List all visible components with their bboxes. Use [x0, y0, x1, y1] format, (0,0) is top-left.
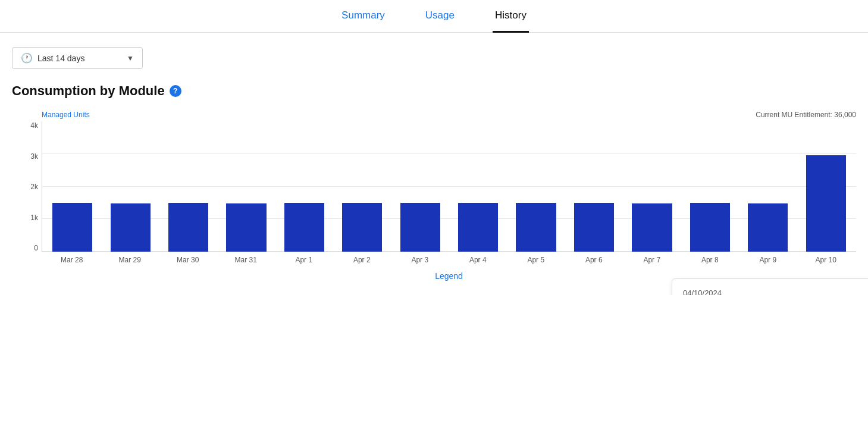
- bar-group: [218, 121, 274, 252]
- bar-group: [740, 121, 795, 252]
- bar-group: [393, 121, 448, 252]
- x-axis: Mar 28Mar 29Mar 30Mar 31Apr 1Apr 2Apr 3A…: [42, 252, 856, 264]
- bar-infra: [516, 203, 556, 252]
- chevron-down-icon: ▼: [127, 54, 134, 62]
- bar-group: [161, 121, 216, 252]
- x-tick: Apr 4: [450, 256, 506, 264]
- y-tick-1k: 1k: [17, 214, 38, 222]
- x-tick: Mar 31: [218, 256, 274, 264]
- bar-infra: [284, 203, 324, 252]
- y-tick-0: 0: [17, 244, 38, 252]
- bar-group: [798, 121, 853, 252]
- x-tick: Apr 8: [682, 256, 738, 264]
- section-title-text: Consumption by Module: [12, 83, 165, 99]
- bar-infra: [690, 203, 730, 252]
- bar-infra: [574, 203, 614, 252]
- tab-summary[interactable]: Summary: [339, 0, 387, 33]
- chart-container: Managed Units Current MU Entitlement: 36…: [12, 111, 856, 281]
- bar-group: [334, 121, 390, 252]
- chart-meta: Managed Units Current MU Entitlement: 36…: [42, 111, 856, 119]
- bar-infra: [632, 203, 672, 252]
- bar-infra: [400, 203, 440, 252]
- clock-icon: 🕐: [21, 52, 33, 64]
- bar-infra: [748, 203, 788, 252]
- date-selector-label: Last 14 days: [37, 54, 84, 63]
- help-icon[interactable]: ?: [170, 85, 181, 97]
- bar-group: [45, 121, 100, 252]
- x-tick: Apr 9: [740, 256, 796, 264]
- x-tick: Apr 1: [276, 256, 332, 264]
- tab-usage[interactable]: Usage: [423, 0, 457, 33]
- tooltip-date: 04/10/2024: [683, 289, 863, 295]
- x-tick: Apr 10: [798, 256, 854, 264]
- entitlement-label: Current MU Entitlement: 36,000: [756, 111, 856, 119]
- bar-group: [566, 121, 622, 252]
- y-tick-3k: 3k: [17, 152, 38, 161]
- x-tick: Apr 3: [392, 256, 448, 264]
- chart-area: 04/10/2024 Infrastructure Observability …: [42, 121, 856, 252]
- tab-history[interactable]: History: [493, 0, 529, 33]
- tooltip-card: 04/10/2024 Infrastructure Observability …: [672, 278, 868, 295]
- date-selector[interactable]: 🕐 Last 14 days ▼: [12, 47, 143, 69]
- bar-infra: [226, 203, 266, 252]
- x-tick: Apr 6: [566, 256, 622, 264]
- x-tick: Mar 29: [102, 256, 158, 264]
- bar-group: [102, 121, 158, 252]
- x-tick: Apr 2: [334, 256, 390, 264]
- bar-infra: [168, 203, 208, 252]
- bar-group: [508, 121, 563, 252]
- bar-group: [277, 121, 332, 252]
- bar-infra: [342, 203, 382, 252]
- bar-infra: [111, 203, 151, 252]
- bar-infra: [458, 203, 498, 252]
- bar-group: [624, 121, 679, 252]
- section-title: Consumption by Module ?: [12, 83, 856, 99]
- bar-group: [450, 121, 506, 252]
- bar-group: [682, 121, 738, 252]
- bar-infra: [52, 203, 92, 252]
- x-tick: Mar 28: [44, 256, 100, 264]
- y-tick-4k: 4k: [17, 121, 38, 130]
- bar-infra: [806, 155, 846, 252]
- nav-tabs: Summary Usage History: [0, 0, 868, 33]
- y-axis-label: Managed Units: [42, 111, 90, 119]
- x-tick: Apr 5: [508, 256, 564, 264]
- y-tick-2k: 2k: [17, 183, 38, 191]
- main-content: 🕐 Last 14 days ▼ Consumption by Module ?…: [0, 33, 868, 295]
- x-tick: Mar 30: [160, 256, 216, 264]
- bars-container: [42, 121, 856, 252]
- x-tick: Apr 7: [624, 256, 680, 264]
